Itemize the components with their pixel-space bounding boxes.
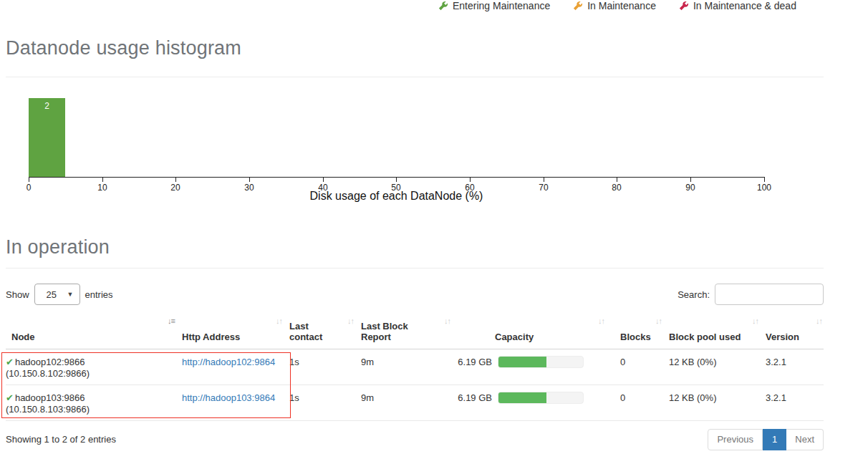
node-cell: ✔hadoop102:9866 (10.150.8.102:9866) (6, 349, 176, 385)
column-header-last-block-report[interactable]: Last Block Report ↓↑ (355, 315, 452, 349)
search-control: Search: (677, 284, 824, 305)
last-contact-cell: 1s (284, 385, 355, 420)
capacity-progressbar (498, 356, 584, 368)
axis-tick (690, 177, 691, 182)
divider (6, 77, 824, 77)
capacity-progressbar-fill (498, 392, 546, 403)
axis-tick (323, 177, 324, 182)
sort-icon: ↓↑ (444, 316, 450, 325)
x-axis-title: Disk usage of each DataNode (%) (29, 190, 764, 203)
sort-icon: ↓↑ (347, 316, 354, 325)
histogram-bar: 2 (29, 98, 65, 177)
column-header-blocks[interactable]: Blocks ↓↑ (606, 315, 663, 349)
http-address-cell: http://hadoop103:9864 (176, 385, 284, 420)
histogram-bar-count: 2 (29, 101, 65, 111)
axis-tick (617, 177, 617, 182)
column-label: Capacity (495, 332, 534, 342)
axis-tick (396, 177, 397, 182)
axis-tick (175, 177, 176, 182)
table-footer: Showing 1 to 2 of 2 entries Previous 1 N… (6, 429, 824, 450)
page-length-value: 25 (47, 289, 57, 300)
capacity-value: 6.19 GB (458, 392, 492, 403)
node-name: hadoop102:9866 (15, 357, 85, 367)
column-header-capacity[interactable]: Capacity ↓↑ (452, 315, 606, 349)
divider (6, 268, 824, 269)
table-controls: Show 25 ▼ entries Search: (6, 284, 824, 305)
sort-icon: ↓↑ (752, 316, 758, 325)
histogram-section-title: Datanode usage histogram (6, 37, 824, 59)
node-ip: (10.150.8.103:9866) (6, 404, 90, 415)
column-label: Node (11, 332, 35, 342)
datanodes-table-wrap: Node ↓≡ Http Address ↓↑ Last contact ↓↑ … (6, 315, 824, 421)
node-cell: ✔hadoop103:9866 (10.150.8.103:9866) (6, 385, 176, 420)
axis-tick (249, 177, 250, 182)
block-pool-used-cell: 12 KB (0%) (663, 385, 760, 420)
chevron-down-icon: ▼ (67, 291, 74, 298)
sort-icon: ↓↑ (598, 316, 604, 325)
next-page-button[interactable]: Next (786, 429, 824, 450)
column-label: Http Address (182, 332, 240, 342)
http-address-link[interactable]: http://hadoop103:9864 (182, 392, 275, 403)
operation-section-title: In operation (6, 236, 824, 258)
search-label: Search: (677, 289, 710, 300)
check-icon: ✔ (6, 357, 14, 367)
axis-tick (29, 177, 29, 182)
axis-tick (544, 177, 544, 182)
capacity-cell: 6.19 GB (452, 385, 606, 420)
datanodes-page: Entering Maintenance In Maintenance In M… (0, 0, 868, 464)
block-pool-used-cell: 12 KB (0%) (663, 349, 760, 385)
pagination: Previous 1 Next (708, 429, 824, 450)
column-header-http-address[interactable]: Http Address ↓↑ (176, 315, 284, 349)
page-length-select[interactable]: 25 ▼ (34, 284, 80, 305)
node-ip: (10.150.8.102:9866) (6, 368, 90, 379)
table-row: ✔hadoop102:9866 (10.150.8.102:9866) http… (6, 349, 824, 385)
sort-icon: ↓↑ (655, 316, 662, 325)
table-header-row: Node ↓≡ Http Address ↓↑ Last contact ↓↑ … (6, 315, 824, 349)
show-label: Show (6, 289, 29, 300)
column-header-version[interactable]: Version ↓↑ (760, 315, 824, 349)
capacity-progressbar (498, 392, 584, 404)
previous-page-button[interactable]: Previous (708, 429, 763, 450)
column-header-last-contact[interactable]: Last contact ↓↑ (284, 315, 355, 349)
column-label: Last Block Report (361, 321, 408, 342)
last-contact-cell: 1s (284, 349, 355, 385)
table-row: ✔hadoop103:9866 (10.150.8.103:9866) http… (6, 385, 824, 420)
version-cell: 3.2.1 (760, 349, 824, 385)
page-length-control: Show 25 ▼ entries (6, 284, 113, 305)
column-label: Version (766, 332, 799, 342)
column-header-block-pool-used[interactable]: Block pool used ↓↑ (663, 315, 760, 349)
node-name: hadoop103:9866 (15, 392, 85, 403)
version-cell: 3.2.1 (760, 385, 824, 420)
check-icon: ✔ (6, 392, 14, 403)
entries-label: entries (85, 289, 113, 300)
main-content: Datanode usage histogram 2 0 10 20 30 40… (6, 0, 824, 450)
axis-tick (470, 177, 471, 182)
capacity-progressbar-fill (498, 357, 546, 367)
showing-entries-status: Showing 1 to 2 of 2 entries (6, 434, 116, 445)
http-address-cell: http://hadoop102:9864 (176, 349, 284, 385)
blocks-cell: 0 (606, 385, 663, 420)
column-label: Last contact (289, 321, 322, 342)
last-block-report-cell: 9m (355, 349, 452, 385)
blocks-cell: 0 (606, 349, 663, 385)
column-header-node[interactable]: Node ↓≡ (6, 315, 176, 349)
sort-asc-icon: ↓≡ (168, 316, 175, 325)
datanode-usage-histogram: 2 0 10 20 30 40 50 60 70 80 90 100 Di (6, 89, 824, 203)
search-input[interactable] (715, 284, 824, 305)
capacity-cell: 6.19 GB (452, 349, 606, 385)
sort-icon: ↓↑ (816, 316, 822, 325)
sort-icon: ↓↑ (276, 316, 282, 325)
capacity-value: 6.19 GB (458, 357, 492, 367)
axis-tick (102, 177, 103, 182)
datanodes-table: Node ↓≡ Http Address ↓↑ Last contact ↓↑ … (6, 315, 824, 421)
axis-tick (764, 177, 765, 182)
page-1-button[interactable]: 1 (763, 429, 786, 450)
last-block-report-cell: 9m (355, 385, 452, 420)
http-address-link[interactable]: http://hadoop102:9864 (182, 357, 275, 367)
column-label: Block pool used (669, 332, 741, 342)
column-label: Blocks (620, 332, 651, 342)
